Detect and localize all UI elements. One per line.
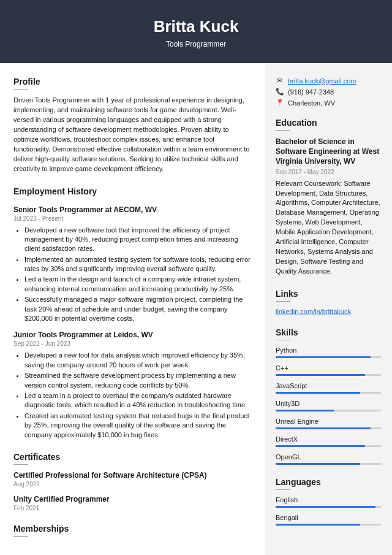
language-name: English (276, 496, 381, 503)
skill-bar (276, 427, 381, 429)
profile-text: Driven Tools Programmer with 1 year of p… (13, 96, 252, 174)
skill-bar-fill (276, 463, 360, 465)
divider (13, 464, 28, 465)
employment-heading: Employment History (13, 186, 252, 196)
profile-section: Profile Driven Tools Programmer with 1 y… (13, 77, 252, 174)
skill-bar-fill (276, 410, 334, 411)
person-name: Britta Kuck (0, 17, 392, 36)
employment-section: Employment History Senior Tools Programm… (13, 186, 252, 440)
divider (276, 489, 290, 490)
language-item: Bengali (276, 514, 381, 526)
job-title: Senior Tools Programmer at AECOM, WV (13, 205, 252, 214)
job-bullet: Developed a new software tool that impro… (24, 226, 252, 254)
job-bullets: Developed a new tool for data analysis w… (13, 351, 252, 440)
job-bullet: Led a team in a project to overhaul the … (24, 391, 252, 410)
location-text: Charleston, WV (288, 99, 335, 107)
skill-bar-fill (276, 445, 365, 447)
languages-section: Languages EnglishBengali (276, 477, 381, 526)
job-bullet: Successfully managed a major software mi… (24, 295, 252, 323)
certificate-entry: Certified Professional for Software Arch… (13, 471, 252, 488)
language-bar-fill (276, 524, 360, 526)
certificates-section: Certificates Certified Professional for … (13, 452, 252, 511)
certificate-date: Aug 2022 (13, 481, 252, 488)
skill-bar-fill (276, 427, 371, 429)
language-bar (276, 524, 381, 526)
job-entry: Senior Tools Programmer at AECOM, WVJul … (13, 205, 252, 324)
job-bullet: Created an automated testing system that… (24, 411, 252, 440)
skill-name: DirectX (276, 435, 381, 443)
sidebar: ✉ britta.kuck@gmail.com 📞 (916) 947-2348… (265, 63, 392, 555)
skill-bar (276, 410, 381, 411)
education-dates: Sep 2017 - May 2022 (276, 169, 381, 175)
skill-item: Unity3D (276, 400, 381, 411)
language-bar (276, 506, 381, 508)
skill-item: Python (276, 346, 381, 358)
linkedin-link[interactable]: linkedin.com/in/brittakuck (276, 308, 351, 315)
skill-bar-fill (276, 374, 365, 376)
contact-block: ✉ britta.kuck@gmail.com 📞 (916) 947-2348… (276, 77, 381, 107)
links-section: Links linkedin.com/in/brittakuck (276, 289, 381, 315)
skill-bar (276, 392, 381, 394)
job-dates: Sep 2022 - Jun 2023 (13, 340, 252, 347)
language-name: Bengali (276, 514, 381, 521)
memberships-heading: Memberships (13, 524, 252, 534)
job-bullet: Streamlined the software development pro… (24, 371, 252, 390)
education-degree: Bachelor of Science in Software Engineer… (276, 137, 381, 167)
skill-bar (276, 445, 381, 447)
job-entry: Junior Tools Programmer at Leidos, WVSep… (13, 331, 252, 440)
languages-heading: Languages (276, 477, 381, 487)
contact-location-row: 📍 Charleston, WV (276, 99, 381, 107)
education-heading: Education (276, 118, 381, 128)
email-link[interactable]: britta.kuck@gmail.com (288, 77, 356, 85)
job-bullet: Led a team in the design and launch of a… (24, 275, 252, 294)
certificate-title: Certified Professional for Software Arch… (13, 471, 252, 480)
person-title: Tools Programmer (0, 40, 392, 48)
certificate-date: Feb 2021 (13, 505, 252, 511)
skill-bar-fill (276, 392, 360, 394)
location-icon: 📍 (276, 99, 283, 107)
education-section: Education Bachelor of Science in Softwar… (276, 118, 381, 277)
divider (13, 199, 28, 199)
skill-item: JavaScript (276, 382, 381, 394)
skills-heading: Skills (276, 327, 381, 337)
certificates-heading: Certificates (13, 452, 252, 462)
header: Britta Kuck Tools Programmer (0, 0, 392, 63)
job-dates: Jul 2023 - Present (13, 215, 252, 222)
skill-item: OpenGL (276, 453, 381, 465)
skill-bar-fill (276, 356, 371, 358)
main-column: Profile Driven Tools Programmer with 1 y… (0, 63, 265, 555)
phone-text: (916) 947-2348 (288, 88, 334, 96)
divider (276, 301, 290, 302)
skill-bar (276, 374, 381, 376)
skill-name: Python (276, 346, 381, 354)
skills-section: Skills PythonC++JavaScriptUnity3DUnreal … (276, 327, 381, 465)
skill-bar (276, 463, 381, 465)
memberships-section: Memberships (13, 524, 252, 537)
education-text: Relevant Coursework: Software Developmen… (276, 179, 381, 277)
phone-icon: 📞 (276, 88, 283, 96)
skill-name: C++ (276, 364, 381, 372)
skill-name: Unreal Engine (276, 418, 381, 425)
divider (276, 130, 290, 131)
skill-item: DirectX (276, 435, 381, 447)
skill-item: C++ (276, 364, 381, 376)
links-heading: Links (276, 289, 381, 299)
divider (13, 536, 28, 537)
skill-bar (276, 356, 381, 358)
job-bullet: Developed a new tool for data analysis w… (24, 351, 252, 370)
job-bullets: Developed a new software tool that impro… (13, 226, 252, 324)
language-bar-fill (276, 506, 375, 508)
certificate-entry: Unity Certified ProgrammerFeb 2021 (13, 495, 252, 511)
skill-name: JavaScript (276, 382, 381, 389)
skill-name: Unity3D (276, 400, 381, 407)
divider (13, 89, 28, 90)
certificate-title: Unity Certified Programmer (13, 495, 252, 503)
contact-phone-row: 📞 (916) 947-2348 (276, 88, 381, 96)
email-icon: ✉ (276, 77, 283, 85)
divider (276, 340, 290, 340)
skill-item: Unreal Engine (276, 418, 381, 429)
contact-email-row: ✉ britta.kuck@gmail.com (276, 77, 381, 85)
language-item: English (276, 496, 381, 508)
profile-heading: Profile (13, 77, 252, 86)
skill-name: OpenGL (276, 453, 381, 461)
